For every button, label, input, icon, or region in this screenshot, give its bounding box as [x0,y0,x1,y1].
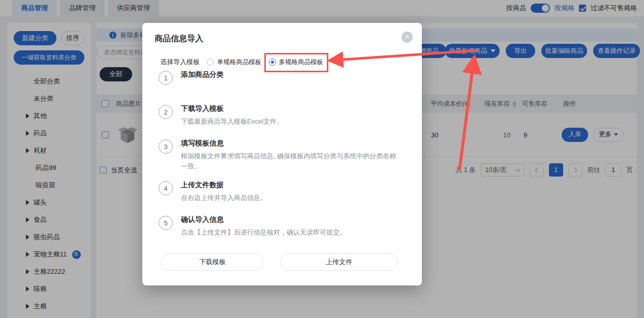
step-number: 5 [159,216,173,230]
modal-title: 商品信息导入 [155,34,203,44]
step-4: 4 上传文件数据 在右边上传并导入商品信息。 [159,181,403,203]
step-1: 1 添加商品分类 [159,70,403,79]
radio-label: 单规格商品模板 [217,58,262,67]
import-modal: 商品信息导入 × 选择导入模板 单规格商品模板 多规格商品模板 1 添加商品分类… [142,23,422,285]
step-title: 添加商品分类 [181,70,403,79]
page-root: 商品管理 品牌管理 供应商管理 按商品 按规格 过滤不可售规格 新建分类 排序 … [0,0,644,318]
step-description: 下载最新商品导入模板Excel文件。 [181,117,400,127]
step-2: 2 下载导入模板 下载最新商品导入模板Excel文件。 [159,104,403,127]
step-title: 确认导入信息 [181,215,403,224]
close-icon[interactable]: × [402,32,413,43]
radio-icon-selected[interactable] [269,59,276,66]
step-5: 5 确认导入信息 点击【上传文件】后进行信息核对，确认无误即可提交。 [159,215,403,238]
radio-label: 多规格商品模板 [279,58,324,67]
step-title: 填写模板信息 [181,139,403,148]
step-title: 上传文件数据 [181,181,403,190]
download-template-button[interactable]: 下载模板 [162,253,263,271]
step-number: 2 [159,105,173,119]
template-choice-label: 选择导入模板 [160,57,200,67]
step-description: 根据模板文件要求填写商品信息, 确保模板内填写分类与系统中的分类名称一致。 [181,151,400,171]
radio-icon[interactable] [207,59,214,66]
radio-single-spec-template[interactable]: 单规格商品模板 [207,58,262,67]
upload-file-button[interactable]: 上传文件 [281,253,397,271]
template-choice-row: 选择导入模板 单规格商品模板 多规格商品模板 [160,54,323,70]
step-number: 4 [159,181,173,195]
step-title: 下载导入模板 [181,104,403,113]
step-3: 3 填写模板信息 根据模板文件要求填写商品信息, 确保模板内填写分类与系统中的分… [159,139,403,171]
step-number: 3 [159,139,173,154]
step-description: 在右边上传并导入商品信息。 [181,193,400,203]
step-number: 1 [159,71,173,85]
step-description: 点击【上传文件】后进行信息核对，确认无误即可提交。 [181,227,400,238]
radio-multi-spec-template[interactable]: 多规格商品模板 [269,58,324,67]
